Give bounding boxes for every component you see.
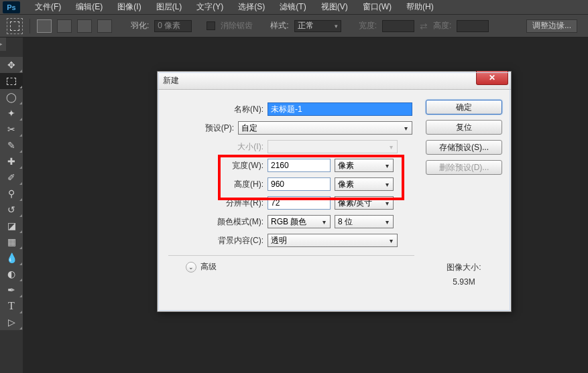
advanced-toggle[interactable]: ⌄ 高级	[186, 261, 418, 273]
height-label: 高度(H):	[164, 179, 263, 190]
chevron-down-icon: ⌄	[186, 262, 196, 273]
close-button[interactable]: ✕	[476, 71, 508, 85]
feather-label: 羽化:	[131, 20, 149, 31]
name-label: 名称(N):	[164, 104, 263, 115]
selection-intersect-button[interactable]	[97, 19, 112, 33]
marquee-tool[interactable]	[0, 73, 23, 89]
dialog-title: 新建	[163, 75, 179, 86]
antialias-checkbox[interactable]	[207, 21, 215, 30]
save-preset-button[interactable]: 存储预设(S)...	[426, 140, 502, 155]
width-input[interactable]	[268, 159, 331, 172]
menu-layer[interactable]: 图层(L)	[150, 0, 189, 14]
swap-icon: ⇄	[420, 21, 428, 31]
bitdepth-select[interactable]: 8 位	[335, 215, 394, 228]
refine-edge-button[interactable]: 调整边缘...	[526, 19, 577, 33]
selection-new-button[interactable]	[37, 19, 52, 33]
app-logo: Ps	[3, 1, 20, 13]
height-input[interactable]	[268, 177, 331, 191]
menu-image[interactable]: 图像(I)	[111, 0, 148, 14]
height-unit-select[interactable]: 像素	[335, 177, 394, 191]
ok-button[interactable]: 确定	[426, 100, 502, 115]
lasso-tool[interactable]: ◯	[0, 89, 23, 105]
menu-view[interactable]: 视图(V)	[314, 0, 355, 14]
heal-tool[interactable]: ✚	[0, 153, 23, 169]
stamp-tool[interactable]: ⚲	[0, 185, 23, 202]
path-select-tool[interactable]: ▷	[0, 314, 23, 330]
options-bar: 羽化: 0 像素 消除锯齿 样式: 正常 宽度: ⇄ 高度: 调整边缘...	[0, 14, 588, 38]
gradient-tool[interactable]: ▦	[0, 234, 23, 250]
resolution-label: 分辨率(R):	[164, 198, 263, 209]
size-select	[268, 140, 398, 153]
menu-bar: Ps 文件(F) 编辑(E) 图像(I) 图层(L) 文字(Y) 选择(S) 滤…	[0, 0, 588, 14]
background-select[interactable]: 透明	[268, 234, 398, 247]
crop-tool[interactable]: ✂	[0, 121, 23, 137]
width-unit-select[interactable]: 像素	[335, 159, 394, 172]
opt-height-input	[457, 20, 489, 32]
opt-width-input	[382, 20, 414, 32]
pen-tool[interactable]: ✒	[0, 282, 23, 298]
reset-button[interactable]: 复位	[426, 120, 502, 135]
feather-input[interactable]: 0 像素	[154, 20, 192, 32]
width-label: 宽度(W):	[164, 160, 263, 171]
text-tool[interactable]: T	[0, 298, 23, 314]
eraser-tool[interactable]: ◪	[0, 218, 23, 234]
history-brush-tool[interactable]: ↺	[0, 202, 23, 218]
opt-width-label: 宽度:	[359, 20, 377, 31]
name-input[interactable]	[268, 102, 412, 116]
dialog-titlebar[interactable]: 新建 ✕	[158, 72, 511, 90]
eyedropper-tool[interactable]: ✎	[0, 137, 23, 153]
antialias-label: 消除锯齿	[221, 20, 253, 31]
resolution-input[interactable]	[268, 196, 331, 210]
menu-help[interactable]: 帮助(H)	[400, 0, 440, 14]
menu-file[interactable]: 文件(F)	[28, 0, 68, 14]
menu-edit[interactable]: 编辑(E)	[69, 0, 109, 14]
move-tool[interactable]: ✥	[0, 57, 23, 73]
dodge-tool[interactable]: ◐	[0, 266, 23, 282]
background-label: 背景内容(C):	[164, 235, 263, 246]
toolbox: ✥ ◯ ✦ ✂ ✎ ✚ ✐ ⚲ ↺ ◪ ▦ 💧 ◐ ✒ T ▷	[0, 57, 23, 330]
new-document-dialog: 新建 ✕ 名称(N): 预设(P): 自定 大小(I): 宽度(W): 像素	[157, 71, 512, 312]
menu-type[interactable]: 文字(Y)	[190, 0, 230, 14]
opt-height-label: 高度:	[433, 20, 451, 31]
preset-label: 预设(P):	[164, 123, 234, 134]
dock-expand-icon[interactable]	[0, 38, 6, 51]
brush-tool[interactable]: ✐	[0, 169, 23, 185]
menu-filter[interactable]: 滤镜(T)	[273, 0, 312, 14]
resolution-unit-select[interactable]: 像素/英寸	[335, 196, 394, 210]
filesize-label: 图像大小:	[447, 260, 481, 275]
menu-window[interactable]: 窗口(W)	[356, 0, 398, 14]
delete-preset-button: 删除预设(D)...	[426, 160, 502, 175]
selection-subtract-button[interactable]	[77, 19, 92, 33]
size-label: 大小(I):	[164, 141, 263, 153]
menu-select[interactable]: 选择(S)	[231, 0, 272, 14]
selection-add-button[interactable]	[57, 19, 72, 33]
advanced-label: 高级	[200, 261, 217, 273]
colormode-label: 颜色模式(M):	[164, 216, 263, 228]
style-select[interactable]: 正常	[294, 20, 341, 32]
tool-preset-icon[interactable]	[7, 18, 23, 34]
wand-tool[interactable]: ✦	[0, 105, 23, 121]
colormode-select[interactable]: RGB 颜色	[268, 215, 331, 228]
preset-select[interactable]: 自定	[238, 121, 412, 135]
filesize-value: 5.93M	[447, 275, 481, 290]
style-label: 样式:	[270, 20, 288, 31]
blur-tool[interactable]: 💧	[0, 250, 23, 266]
